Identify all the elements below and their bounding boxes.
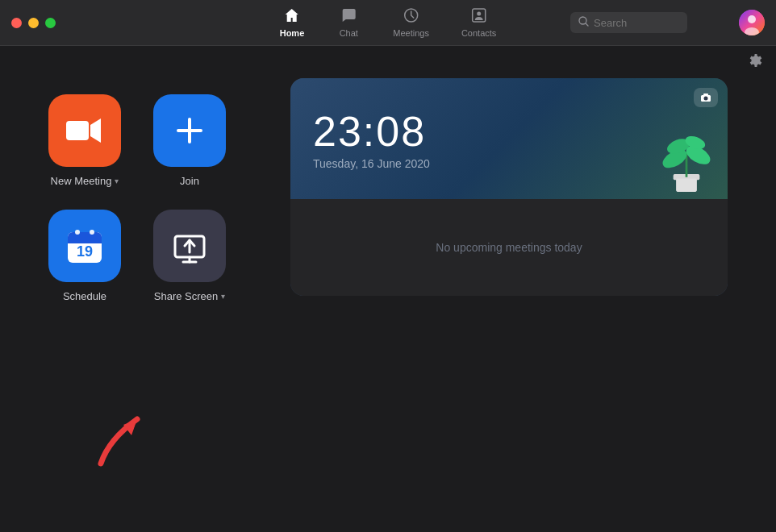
action-grid: New Meeting ▾ Join xyxy=(48,78,226,302)
plant-decoration xyxy=(657,118,716,199)
svg-line-4 xyxy=(586,23,588,26)
settings-gear[interactable] xyxy=(749,53,763,72)
new-meeting-button[interactable] xyxy=(48,94,121,167)
share-screen-item[interactable]: Share Screen ▾ xyxy=(153,210,226,302)
clock-time: 23:08 xyxy=(313,110,705,152)
svg-point-15 xyxy=(90,230,94,235)
tab-chat[interactable]: Chat xyxy=(320,1,377,44)
clock-widget: 23:08 Tuesday, 16 June 2020 xyxy=(290,78,728,296)
home-icon xyxy=(284,7,300,26)
new-meeting-item[interactable]: New Meeting ▾ xyxy=(48,94,121,187)
svg-text:19: 19 xyxy=(77,243,93,260)
svg-rect-8 xyxy=(66,121,89,140)
home-tab-label: Home xyxy=(280,28,305,38)
clock-display: 23:08 Tuesday, 16 June 2020 xyxy=(290,78,728,199)
minimize-button[interactable] xyxy=(28,18,39,28)
maximize-button[interactable] xyxy=(45,18,56,28)
traffic-lights xyxy=(0,18,56,28)
no-meetings-text: No upcoming meetings today xyxy=(436,241,582,254)
chat-tab-label: Chat xyxy=(340,28,358,38)
annotation-arrow xyxy=(85,391,157,475)
avatar[interactable] xyxy=(739,10,765,35)
join-button[interactable] xyxy=(153,94,226,167)
new-meeting-chevron: ▾ xyxy=(115,177,119,185)
right-panel: 23:08 Tuesday, 16 June 2020 xyxy=(290,78,728,296)
chat-icon xyxy=(340,7,357,26)
meetings-section: No upcoming meetings today xyxy=(290,199,728,296)
svg-point-14 xyxy=(75,230,80,235)
camera-button[interactable] xyxy=(694,88,718,107)
svg-point-6 xyxy=(748,15,756,23)
schedule-item[interactable]: 19 Schedule xyxy=(48,210,121,302)
schedule-button[interactable]: 19 xyxy=(48,210,121,282)
search-icon xyxy=(578,15,589,30)
new-meeting-label: New Meeting ▾ xyxy=(51,175,119,187)
tab-meetings[interactable]: Meetings xyxy=(377,1,445,44)
schedule-label: Schedule xyxy=(63,290,106,302)
share-screen-label: Share Screen ▾ xyxy=(154,290,226,302)
search-input[interactable] xyxy=(594,17,679,29)
join-item[interactable]: Join xyxy=(153,94,226,187)
svg-rect-23 xyxy=(703,94,708,96)
tab-contacts[interactable]: Contacts xyxy=(445,1,512,44)
meetings-tab-label: Meetings xyxy=(393,28,429,38)
nav-tabs: Home Chat Meetings xyxy=(264,1,513,44)
tab-home[interactable]: Home xyxy=(264,1,321,44)
share-screen-button[interactable] xyxy=(153,210,226,282)
svg-rect-31 xyxy=(676,179,696,192)
contacts-tab-label: Contacts xyxy=(461,28,496,38)
titlebar: Home Chat Meetings xyxy=(0,0,776,46)
close-button[interactable] xyxy=(11,18,22,28)
clock-date: Tuesday, 16 June 2020 xyxy=(313,157,705,170)
svg-point-2 xyxy=(477,12,481,16)
contacts-icon xyxy=(471,7,487,26)
svg-point-22 xyxy=(704,97,708,101)
share-screen-chevron: ▾ xyxy=(221,292,225,301)
meetings-icon xyxy=(403,7,419,26)
search-bar[interactable] xyxy=(570,12,687,33)
join-label: Join xyxy=(180,175,199,187)
